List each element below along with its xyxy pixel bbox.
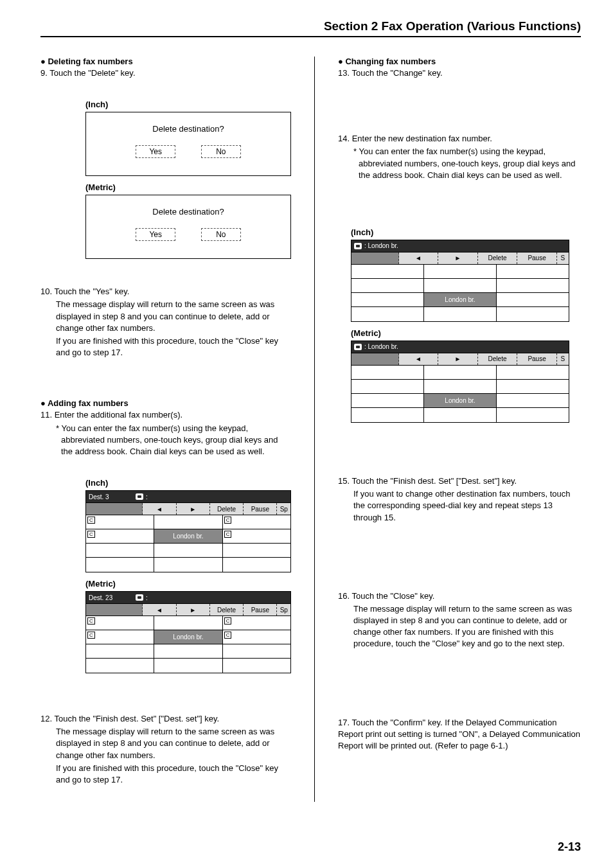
list-cell[interactable] (424, 408, 497, 422)
list-cell[interactable] (351, 265, 424, 279)
list-cell[interactable] (154, 616, 222, 630)
list-cell[interactable] (351, 307, 424, 321)
arrow-right-button[interactable]: ► (177, 604, 210, 616)
right-column: ● Changing fax numbers 13. Touch the "Ch… (338, 57, 581, 802)
arrow-left-button[interactable]: ◄ (143, 503, 176, 515)
arrow-left-button[interactable]: ◄ (399, 353, 439, 365)
arrow-right-button[interactable]: ► (438, 353, 478, 365)
london-cell[interactable]: London br. (424, 293, 497, 307)
list-cell[interactable]: C (223, 630, 290, 644)
yes-button[interactable]: Yes (136, 228, 175, 241)
no-button[interactable]: No (201, 145, 241, 158)
list-cell[interactable] (424, 307, 497, 321)
list-cell[interactable] (86, 659, 154, 673)
list-cell[interactable] (86, 558, 154, 572)
pause-button[interactable]: Pause (244, 604, 277, 616)
c-icon: C (87, 531, 95, 538)
delete-button[interactable]: Delete (478, 353, 518, 365)
yes-button[interactable]: Yes (136, 145, 175, 158)
inch-label-2: (Inch) (85, 478, 291, 488)
step-15: 15. Touch the "Finish dest. Set" ["Dest.… (338, 475, 581, 487)
list-cell[interactable] (223, 644, 290, 659)
list-cell[interactable] (351, 380, 424, 394)
list-cell[interactable]: C (86, 515, 154, 529)
list-cell[interactable] (497, 366, 569, 380)
list-cell[interactable]: C (86, 630, 154, 644)
delete-button[interactable]: Delete (210, 503, 244, 515)
list-cell[interactable] (351, 408, 424, 422)
sp-button[interactable]: Sp (277, 503, 290, 515)
list-cell[interactable] (223, 544, 290, 558)
step-12-body: The message display will return to the s… (40, 726, 291, 761)
list-cell[interactable] (154, 515, 222, 529)
pause-button[interactable]: Pause (517, 353, 557, 365)
column-divider (314, 57, 315, 802)
phone-icon (136, 594, 143, 601)
list-cell[interactable]: C (223, 616, 290, 630)
list-cell[interactable] (424, 265, 497, 279)
london-cell[interactable]: London br. (154, 529, 222, 544)
list-cell[interactable] (497, 394, 569, 408)
list-cell[interactable] (154, 544, 222, 558)
c-icon: C (87, 617, 95, 624)
arrow-left-button[interactable]: ◄ (399, 252, 439, 264)
s-button[interactable]: S (557, 252, 569, 264)
metric-label: (Metric) (85, 182, 291, 192)
arrow-right-button[interactable]: ► (438, 252, 478, 264)
sp-button[interactable]: Sp (277, 604, 290, 616)
list-cell[interactable] (424, 279, 497, 293)
london-cell[interactable]: London br. (154, 630, 222, 644)
change-panel-inch: : London br. ◄ ► Delete Pause S (351, 240, 569, 322)
list-cell[interactable] (154, 644, 222, 659)
list-cell[interactable]: C (223, 515, 290, 529)
list-cell[interactable] (497, 279, 569, 293)
list-cell[interactable] (154, 558, 222, 572)
s-button[interactable]: S (557, 353, 569, 365)
list-cell[interactable]: C (223, 529, 290, 544)
step-14-note: * You can enter the fax number(s) using … (338, 146, 581, 181)
list-cell[interactable] (497, 265, 569, 279)
change-panel-metric: : London br. ◄ ► Delete Pause S (351, 341, 569, 423)
pause-button[interactable]: Pause (517, 252, 557, 264)
list-cell[interactable] (351, 394, 424, 408)
pause-button[interactable]: Pause (244, 503, 277, 515)
delete-button[interactable]: Delete (478, 252, 518, 264)
list-cell[interactable] (424, 380, 497, 394)
list-cell[interactable] (497, 307, 569, 321)
header-london: : London br. (351, 240, 569, 252)
list-cell[interactable] (351, 366, 424, 380)
list-cell[interactable] (154, 659, 222, 673)
dest-header-metric: Dest. 23 (86, 592, 133, 603)
dialog-prompt: Delete destination? (86, 124, 290, 134)
c-icon: C (224, 531, 232, 538)
step-17: 17. Touch the "Confirm" key. If the Dela… (338, 717, 581, 752)
list-cell[interactable] (497, 408, 569, 422)
step-10-body: The message display will return to the s… (40, 299, 291, 334)
london-cell[interactable]: London br. (424, 394, 497, 408)
list-cell[interactable]: C (86, 616, 154, 630)
arrow-right-button[interactable]: ► (177, 503, 210, 515)
step-16-body: The message display will return to the s… (338, 603, 581, 650)
list-cell[interactable] (86, 544, 154, 558)
no-button[interactable]: No (201, 228, 241, 241)
list-cell[interactable] (497, 380, 569, 394)
list-cell[interactable] (223, 558, 290, 572)
deleting-heading: ● Deleting fax numbers (40, 57, 291, 66)
inch-label: (Inch) (85, 100, 291, 109)
delete-button[interactable]: Delete (210, 604, 244, 616)
step-11-note: * You can enter the fax number(s) using … (40, 423, 291, 458)
c-icon: C (87, 632, 95, 639)
list-cell[interactable]: C (86, 529, 154, 544)
list-cell[interactable] (223, 659, 290, 673)
list-cell[interactable] (86, 644, 154, 659)
header-london-metric: : London br. (351, 341, 569, 353)
list-cell[interactable] (351, 293, 424, 307)
list-cell[interactable] (424, 366, 497, 380)
step-16: 16. Touch the "Close" key. (338, 590, 581, 602)
list-cell[interactable] (497, 293, 569, 307)
list-cell[interactable] (351, 279, 424, 293)
arrow-left-button[interactable]: ◄ (143, 604, 176, 616)
phone-icon (354, 243, 362, 249)
step-10-body2: If you are finished with this procedure,… (40, 335, 291, 359)
dialog-prompt: Delete destination? (86, 207, 290, 217)
